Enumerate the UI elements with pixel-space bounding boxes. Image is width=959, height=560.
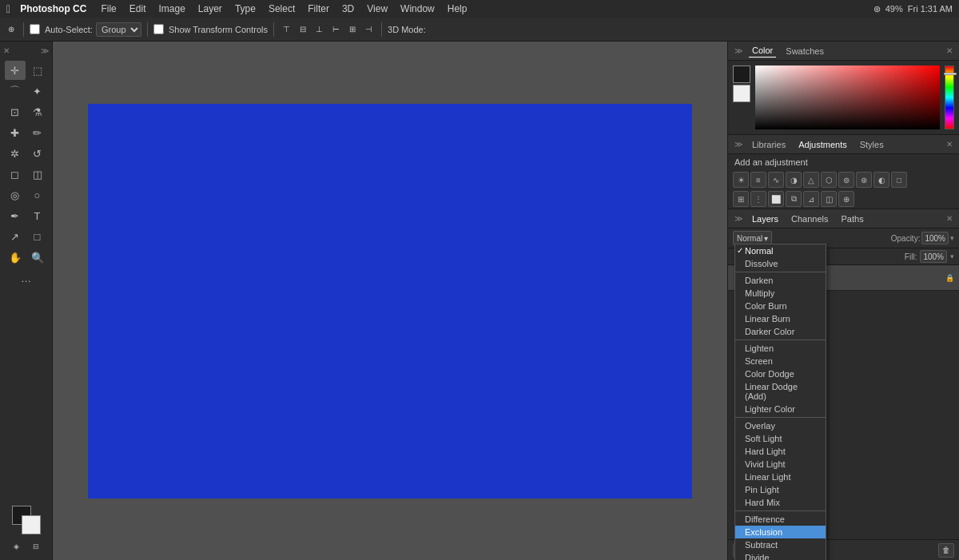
extra-tools[interactable]: … <box>16 268 37 288</box>
adj-curves[interactable]: ∿ <box>768 172 784 188</box>
adj-levels[interactable]: ≡ <box>750 172 766 188</box>
channels-tab[interactable]: Channels <box>788 212 831 225</box>
menu-view[interactable]: View <box>362 2 392 15</box>
adj-channel-mix[interactable]: ⊞ <box>733 191 749 207</box>
adj-vibrance[interactable]: ⬡ <box>821 172 837 188</box>
move-tool[interactable]: ✛ <box>5 61 26 80</box>
paths-tab[interactable]: Paths <box>838 212 867 225</box>
blend-item-subtract[interactable]: Subtract <box>735 538 826 551</box>
adj-triangle[interactable]: △ <box>803 172 819 188</box>
blend-item-dissolve[interactable]: Dissolve <box>735 257 826 270</box>
blend-item-divide[interactable]: Divide <box>735 551 826 560</box>
blend-item-overlay[interactable]: Overlay <box>735 419 826 432</box>
menu-file[interactable]: File <box>96 2 121 15</box>
collapse-panel-icon[interactable]: ≫ <box>41 46 49 55</box>
adjustments-tab[interactable]: Adjustments <box>795 138 850 151</box>
color-panel-close[interactable]: ✕ <box>946 46 953 55</box>
align-top[interactable]: ⊤ <box>280 23 293 35</box>
menu-filter[interactable]: Filter <box>303 2 334 15</box>
blend-item-multiply[interactable]: Multiply <box>735 287 826 300</box>
adj-threshold[interactable]: ⊿ <box>803 191 819 207</box>
align-left[interactable]: ⊢ <box>329 23 343 35</box>
color-panel-expand[interactable]: ≫ <box>734 46 742 55</box>
opacity-value[interactable]: 100% <box>921 232 949 244</box>
layers-panel-expand[interactable]: ≫ <box>734 214 742 223</box>
adj-invert[interactable]: ⬜ <box>768 191 784 207</box>
align-vcenter[interactable]: ⊟ <box>296 23 309 35</box>
close-panel-icon[interactable]: ✕ <box>3 46 10 55</box>
blend-item-normal[interactable]: Normal <box>735 244 826 257</box>
styles-tab[interactable]: Styles <box>857 138 887 151</box>
adj-bw[interactable]: ◐ <box>873 172 889 188</box>
dodge-tool[interactable]: ○ <box>27 185 48 205</box>
clone-tool[interactable]: ✲ <box>5 144 26 163</box>
layer-delete-button[interactable]: 🗑 <box>938 543 954 558</box>
adj-panel-expand[interactable]: ≫ <box>734 140 742 149</box>
heal-tool[interactable]: ✚ <box>5 123 26 142</box>
adj-brightness[interactable]: ☀ <box>733 172 749 188</box>
menu-window[interactable]: Window <box>396 2 440 15</box>
adj-selective-color[interactable]: ⊕ <box>838 191 854 207</box>
marquee-tool[interactable]: ⬚ <box>27 61 48 80</box>
color-tab[interactable]: Color <box>749 44 776 58</box>
blend-item-soft-light[interactable]: Soft Light <box>735 432 826 445</box>
adj-exposure[interactable]: ◑ <box>786 172 802 188</box>
blend-item-vivid-light[interactable]: Vivid Light <box>735 458 826 471</box>
blend-item-lighter-color[interactable]: Lighter Color <box>735 403 826 415</box>
color-gradient-picker[interactable] <box>755 66 940 129</box>
gradient-tool[interactable]: ◫ <box>27 165 48 184</box>
swatches-tab[interactable]: Swatches <box>782 45 827 58</box>
blur-tool[interactable]: ◎ <box>5 185 26 205</box>
blend-item-color-dodge[interactable]: Color Dodge <box>735 367 826 380</box>
zoom-tool[interactable]: 🔍 <box>27 248 48 267</box>
mini-background[interactable] <box>733 85 750 102</box>
blend-item-hard-mix[interactable]: Hard Mix <box>735 496 826 509</box>
shape-tool[interactable]: □ <box>27 227 48 246</box>
adj-color-lookup[interactable]: ⋮ <box>750 191 766 207</box>
type-tool[interactable]: T <box>27 206 48 225</box>
adj-gradient-map[interactable]: ◫ <box>821 191 837 207</box>
auto-select-checkbox[interactable] <box>30 24 40 34</box>
menu-type[interactable]: Type <box>230 2 261 15</box>
blend-item-pin-light[interactable]: Pin Light <box>735 483 826 496</box>
blend-item-screen[interactable]: Screen <box>735 355 826 367</box>
path-select-tool[interactable]: ↗ <box>5 227 26 246</box>
menu-layer[interactable]: Layer <box>193 2 227 15</box>
adj-panel-close[interactable]: ✕ <box>946 140 953 149</box>
crop-tool[interactable]: ⊡ <box>5 102 26 121</box>
blend-item-lighten[interactable]: Lighten <box>735 342 826 355</box>
adj-posterize[interactable]: ⧉ <box>786 191 802 207</box>
pen-tool[interactable]: ✒ <box>5 206 26 225</box>
menu-3d[interactable]: 3D <box>337 2 359 15</box>
blend-item-linear-dodge-(add)[interactable]: Linear Dodge (Add) <box>735 380 826 403</box>
adj-photo[interactable]: □ <box>891 172 907 188</box>
hand-tool[interactable]: ✋ <box>5 248 26 267</box>
blend-item-difference[interactable]: Difference <box>735 513 826 526</box>
move-tool-options[interactable]: ⊕ <box>5 23 18 35</box>
blend-item-color-burn[interactable]: Color Burn <box>735 300 826 312</box>
blend-item-linear-light[interactable]: Linear Light <box>735 471 826 483</box>
eraser-tool[interactable]: ◻ <box>5 165 26 184</box>
quick-select-tool[interactable]: ✦ <box>27 81 48 101</box>
auto-select-group[interactable]: Group <box>96 22 141 37</box>
quick-mask-btn[interactable]: ◈ <box>8 539 26 554</box>
adj-hsl[interactable]: ⊚ <box>838 172 854 188</box>
menu-help[interactable]: Help <box>443 2 472 15</box>
screen-mode-btn[interactable]: ⊟ <box>27 539 45 554</box>
menu-edit[interactable]: Edit <box>125 2 151 15</box>
fill-value[interactable]: 100% <box>920 250 947 263</box>
brush-tool[interactable]: ✏ <box>27 123 48 142</box>
layers-tab[interactable]: Layers <box>749 212 782 225</box>
align-right[interactable]: ⊣ <box>362 23 376 35</box>
mini-foreground[interactable] <box>733 66 750 83</box>
align-hcenter[interactable]: ⊞ <box>346 23 359 35</box>
align-bottom[interactable]: ⊥ <box>312 23 326 35</box>
background-color[interactable] <box>22 515 41 534</box>
transform-checkbox[interactable] <box>153 24 164 34</box>
history-brush[interactable]: ↺ <box>27 144 48 163</box>
lasso-tool[interactable]: ⌒ <box>5 81 26 101</box>
blend-item-darken[interactable]: Darken <box>735 274 826 287</box>
blend-item-linear-burn[interactable]: Linear Burn <box>735 312 826 325</box>
adj-colorbal[interactable]: ⊛ <box>856 172 872 188</box>
blend-item-hard-light[interactable]: Hard Light <box>735 445 826 458</box>
